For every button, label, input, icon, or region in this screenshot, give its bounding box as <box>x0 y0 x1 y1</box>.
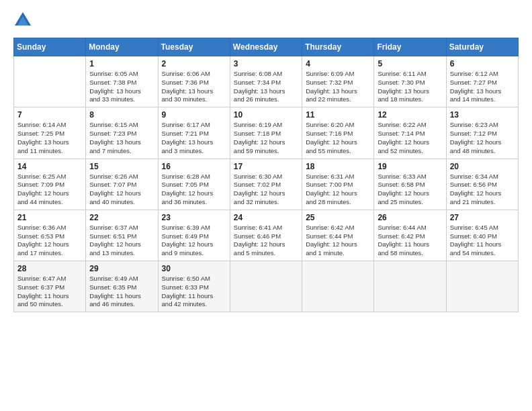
day-number: 2 <box>162 59 226 68</box>
calendar-cell: 18Sunrise: 6:31 AM Sunset: 7:00 PM Dayli… <box>302 158 374 210</box>
day-number: 15 <box>89 162 154 171</box>
day-number: 8 <box>89 110 154 120</box>
day-number: 30 <box>162 264 226 273</box>
day-number: 23 <box>162 213 226 222</box>
day-info: Sunrise: 6:26 AM Sunset: 7:07 PM Dayligh… <box>89 173 154 207</box>
calendar-cell: 20Sunrise: 6:34 AM Sunset: 6:56 PM Dayli… <box>446 158 518 210</box>
day-number: 20 <box>450 162 515 171</box>
day-info: Sunrise: 6:41 AM Sunset: 6:46 PM Dayligh… <box>234 224 298 258</box>
day-info: Sunrise: 6:14 AM Sunset: 7:25 PM Dayligh… <box>17 121 82 155</box>
day-info: Sunrise: 6:20 AM Sunset: 7:16 PM Dayligh… <box>306 121 370 155</box>
day-number: 1 <box>89 59 154 68</box>
day-number: 25 <box>306 213 370 222</box>
column-header-tuesday: Tuesday <box>158 38 230 56</box>
calendar-cell: 17Sunrise: 6:30 AM Sunset: 7:02 PM Dayli… <box>230 158 302 210</box>
calendar-cell: 25Sunrise: 6:42 AM Sunset: 6:44 PM Dayli… <box>302 210 374 261</box>
day-info: Sunrise: 6:45 AM Sunset: 6:40 PM Dayligh… <box>450 224 515 258</box>
day-number: 4 <box>306 59 370 68</box>
day-number: 18 <box>306 162 370 171</box>
column-header-saturday: Saturday <box>446 38 518 56</box>
calendar-cell: 29Sunrise: 6:49 AM Sunset: 6:35 PM Dayli… <box>86 261 158 312</box>
calendar-header-row: SundayMondayTuesdayWednesdayThursdayFrid… <box>14 38 519 56</box>
day-info: Sunrise: 6:49 AM Sunset: 6:35 PM Dayligh… <box>89 275 154 309</box>
day-number: 7 <box>17 110 82 120</box>
day-number: 5 <box>378 59 442 68</box>
calendar-week-row: 14Sunrise: 6:25 AM Sunset: 7:09 PM Dayli… <box>14 158 519 210</box>
day-number: 24 <box>234 213 298 222</box>
calendar-cell: 19Sunrise: 6:33 AM Sunset: 6:58 PM Dayli… <box>374 158 446 210</box>
day-info: Sunrise: 6:28 AM Sunset: 7:05 PM Dayligh… <box>162 173 226 207</box>
day-info: Sunrise: 6:47 AM Sunset: 6:37 PM Dayligh… <box>17 275 82 309</box>
calendar-cell: 24Sunrise: 6:41 AM Sunset: 6:46 PM Dayli… <box>230 210 302 261</box>
day-info: Sunrise: 6:11 AM Sunset: 7:30 PM Dayligh… <box>378 70 442 104</box>
day-info: Sunrise: 6:33 AM Sunset: 6:58 PM Dayligh… <box>378 173 442 207</box>
day-info: Sunrise: 6:39 AM Sunset: 6:49 PM Dayligh… <box>162 224 226 258</box>
day-info: Sunrise: 6:05 AM Sunset: 7:38 PM Dayligh… <box>89 70 154 104</box>
day-info: Sunrise: 6:42 AM Sunset: 6:44 PM Dayligh… <box>306 224 370 258</box>
calendar-cell: 2Sunrise: 6:06 AM Sunset: 7:36 PM Daylig… <box>158 56 230 107</box>
day-info: Sunrise: 6:34 AM Sunset: 6:56 PM Dayligh… <box>450 173 515 207</box>
day-info: Sunrise: 6:12 AM Sunset: 7:27 PM Dayligh… <box>450 70 515 104</box>
day-info: Sunrise: 6:15 AM Sunset: 7:23 PM Dayligh… <box>89 121 154 155</box>
column-header-wednesday: Wednesday <box>230 38 302 56</box>
logo <box>13 11 35 30</box>
calendar-cell: 22Sunrise: 6:37 AM Sunset: 6:51 PM Dayli… <box>86 210 158 261</box>
calendar-cell: 5Sunrise: 6:11 AM Sunset: 7:30 PM Daylig… <box>374 56 446 107</box>
day-info: Sunrise: 6:30 AM Sunset: 7:02 PM Dayligh… <box>234 173 298 207</box>
day-info: Sunrise: 6:08 AM Sunset: 7:34 PM Dayligh… <box>234 70 298 104</box>
calendar-table: SundayMondayTuesdayWednesdayThursdayFrid… <box>13 38 519 312</box>
day-number: 27 <box>450 213 515 222</box>
day-number: 17 <box>234 162 298 171</box>
day-info: Sunrise: 6:31 AM Sunset: 7:00 PM Dayligh… <box>306 173 370 207</box>
day-info: Sunrise: 6:19 AM Sunset: 7:18 PM Dayligh… <box>234 121 298 155</box>
calendar-week-row: 28Sunrise: 6:47 AM Sunset: 6:37 PM Dayli… <box>14 261 519 312</box>
day-number: 11 <box>306 110 370 120</box>
calendar-cell: 14Sunrise: 6:25 AM Sunset: 7:09 PM Dayli… <box>14 158 86 210</box>
calendar-cell: 13Sunrise: 6:23 AM Sunset: 7:12 PM Dayli… <box>446 107 518 158</box>
calendar-cell: 15Sunrise: 6:26 AM Sunset: 7:07 PM Dayli… <box>86 158 158 210</box>
column-header-sunday: Sunday <box>14 38 86 56</box>
day-info: Sunrise: 6:23 AM Sunset: 7:12 PM Dayligh… <box>450 121 515 155</box>
day-number: 19 <box>378 162 442 171</box>
calendar-cell <box>14 56 86 107</box>
day-number: 26 <box>378 213 442 222</box>
day-number: 13 <box>450 110 515 120</box>
day-number: 3 <box>234 59 298 68</box>
calendar-week-row: 1Sunrise: 6:05 AM Sunset: 7:38 PM Daylig… <box>14 56 519 107</box>
day-number: 22 <box>89 213 154 222</box>
day-info: Sunrise: 6:17 AM Sunset: 7:21 PM Dayligh… <box>162 121 226 155</box>
calendar-cell: 26Sunrise: 6:44 AM Sunset: 6:42 PM Dayli… <box>374 210 446 261</box>
day-number: 12 <box>378 110 442 120</box>
day-number: 29 <box>89 264 154 273</box>
calendar-cell: 7Sunrise: 6:14 AM Sunset: 7:25 PM Daylig… <box>14 107 86 158</box>
calendar-cell: 12Sunrise: 6:22 AM Sunset: 7:14 PM Dayli… <box>374 107 446 158</box>
calendar-cell: 30Sunrise: 6:50 AM Sunset: 6:33 PM Dayli… <box>158 261 230 312</box>
calendar-cell: 11Sunrise: 6:20 AM Sunset: 7:16 PM Dayli… <box>302 107 374 158</box>
calendar-cell: 1Sunrise: 6:05 AM Sunset: 7:38 PM Daylig… <box>86 56 158 107</box>
calendar-cell: 9Sunrise: 6:17 AM Sunset: 7:21 PM Daylig… <box>158 107 230 158</box>
day-number: 9 <box>162 110 226 120</box>
calendar-cell: 21Sunrise: 6:36 AM Sunset: 6:53 PM Dayli… <box>14 210 86 261</box>
day-info: Sunrise: 6:22 AM Sunset: 7:14 PM Dayligh… <box>378 121 442 155</box>
column-header-monday: Monday <box>86 38 158 56</box>
day-info: Sunrise: 6:25 AM Sunset: 7:09 PM Dayligh… <box>17 173 82 207</box>
calendar-cell <box>230 261 302 312</box>
day-info: Sunrise: 6:06 AM Sunset: 7:36 PM Dayligh… <box>162 70 226 104</box>
calendar-cell <box>446 261 518 312</box>
calendar-cell: 3Sunrise: 6:08 AM Sunset: 7:34 PM Daylig… <box>230 56 302 107</box>
calendar-week-row: 21Sunrise: 6:36 AM Sunset: 6:53 PM Dayli… <box>14 210 519 261</box>
calendar-cell: 16Sunrise: 6:28 AM Sunset: 7:05 PM Dayli… <box>158 158 230 210</box>
column-header-thursday: Thursday <box>302 38 374 56</box>
calendar-cell: 10Sunrise: 6:19 AM Sunset: 7:18 PM Dayli… <box>230 107 302 158</box>
day-number: 6 <box>450 59 515 68</box>
calendar-cell <box>302 261 374 312</box>
calendar-week-row: 7Sunrise: 6:14 AM Sunset: 7:25 PM Daylig… <box>14 107 519 158</box>
logo-icon <box>13 11 32 30</box>
day-number: 10 <box>234 110 298 120</box>
calendar-cell: 27Sunrise: 6:45 AM Sunset: 6:40 PM Dayli… <box>446 210 518 261</box>
day-number: 14 <box>17 162 82 171</box>
calendar-cell <box>374 261 446 312</box>
calendar-cell: 8Sunrise: 6:15 AM Sunset: 7:23 PM Daylig… <box>86 107 158 158</box>
day-info: Sunrise: 6:50 AM Sunset: 6:33 PM Dayligh… <box>162 275 226 309</box>
day-info: Sunrise: 6:37 AM Sunset: 6:51 PM Dayligh… <box>89 224 154 258</box>
